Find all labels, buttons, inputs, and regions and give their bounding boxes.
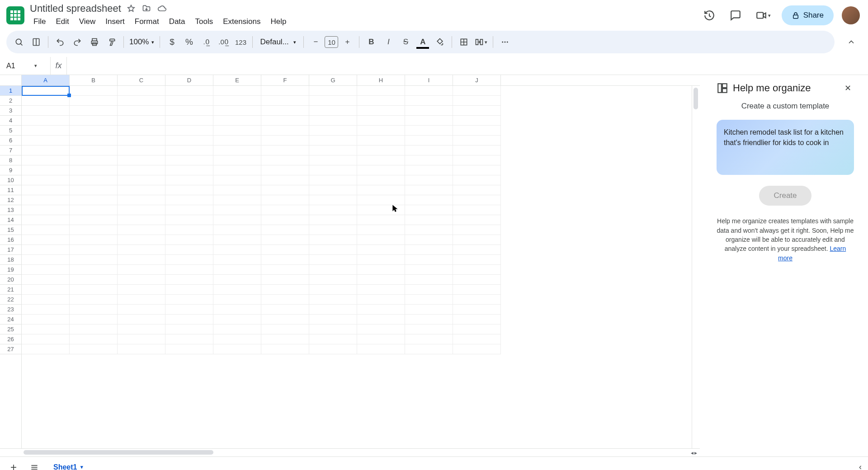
share-button[interactable]: Share <box>782 5 834 25</box>
cell[interactable] <box>453 175 501 185</box>
cell[interactable] <box>357 315 405 324</box>
fill-handle[interactable] <box>67 94 71 97</box>
cell[interactable] <box>70 245 118 255</box>
menu-data[interactable]: Data <box>165 15 190 28</box>
scrollbar-thumb[interactable] <box>24 450 213 455</box>
more-formats-button[interactable]: 123 <box>232 34 249 50</box>
row-header[interactable]: 19 <box>0 265 21 275</box>
cell[interactable] <box>22 86 70 96</box>
redo-button[interactable] <box>69 34 85 50</box>
row-header[interactable]: 16 <box>0 235 21 245</box>
history-icon[interactable] <box>700 6 718 24</box>
scrollbar-thumb[interactable] <box>693 88 698 109</box>
cell[interactable] <box>213 106 261 116</box>
cell[interactable] <box>70 315 118 324</box>
cell[interactable] <box>213 245 261 255</box>
row-header[interactable]: 17 <box>0 245 21 255</box>
cell[interactable] <box>165 146 213 155</box>
vertical-scrollbar[interactable] <box>692 86 700 448</box>
cell[interactable] <box>213 195 261 205</box>
menu-help[interactable]: Help <box>266 15 291 28</box>
cell[interactable] <box>22 255 70 265</box>
cell[interactable] <box>165 315 213 324</box>
cell[interactable] <box>261 305 309 315</box>
cell[interactable] <box>22 215 70 225</box>
cell[interactable] <box>357 126 405 136</box>
cell[interactable] <box>309 305 357 315</box>
cell[interactable] <box>453 96 501 106</box>
cell[interactable] <box>261 275 309 285</box>
cell[interactable] <box>453 155 501 165</box>
cell[interactable] <box>165 285 213 295</box>
cell[interactable] <box>261 324 309 334</box>
cell[interactable] <box>261 175 309 185</box>
cell[interactable] <box>261 245 309 255</box>
cell[interactable] <box>405 305 453 315</box>
scroll-left-icon[interactable]: ◂ <box>691 450 693 456</box>
chevron-down-icon[interactable]: ▾ <box>80 464 83 470</box>
cell[interactable] <box>22 315 70 324</box>
zoom-select[interactable]: 100%▾ <box>127 34 156 50</box>
cell[interactable] <box>70 324 118 334</box>
cell[interactable] <box>118 324 165 334</box>
cell[interactable] <box>357 334 405 344</box>
font-size-input[interactable]: 10 <box>325 36 338 48</box>
cell[interactable] <box>309 215 357 225</box>
cell[interactable] <box>213 155 261 165</box>
row-header[interactable]: 22 <box>0 295 21 305</box>
cell[interactable] <box>165 225 213 235</box>
cell[interactable] <box>213 116 261 126</box>
menu-extensions[interactable]: Extensions <box>218 15 265 28</box>
cell[interactable] <box>453 324 501 334</box>
cell[interactable] <box>22 334 70 344</box>
cell[interactable] <box>453 275 501 285</box>
cell[interactable] <box>309 205 357 215</box>
cell[interactable] <box>357 265 405 275</box>
cell[interactable] <box>261 106 309 116</box>
cell[interactable] <box>453 245 501 255</box>
cell[interactable] <box>118 165 165 175</box>
cell[interactable] <box>261 96 309 106</box>
cell[interactable] <box>213 315 261 324</box>
cell[interactable] <box>453 205 501 215</box>
row-header[interactable]: 26 <box>0 334 21 344</box>
cell[interactable] <box>405 195 453 205</box>
row-header[interactable]: 6 <box>0 136 21 146</box>
cell[interactable] <box>261 215 309 225</box>
row-header[interactable]: 27 <box>0 344 21 354</box>
cell[interactable] <box>22 165 70 175</box>
cell[interactable] <box>261 265 309 275</box>
cell[interactable] <box>165 235 213 245</box>
cell[interactable] <box>261 225 309 235</box>
cell[interactable] <box>453 285 501 295</box>
star-icon[interactable] <box>127 4 136 13</box>
cell[interactable] <box>357 245 405 255</box>
cell[interactable] <box>70 275 118 285</box>
cell[interactable] <box>70 155 118 165</box>
column-header[interactable]: G <box>309 75 357 85</box>
chevron-down-icon[interactable]: ▾ <box>34 63 42 69</box>
row-header[interactable]: 8 <box>0 155 21 165</box>
template-prompt-input[interactable]: Kitchen remodel task list for a kitchen … <box>717 120 854 175</box>
cell[interactable] <box>213 305 261 315</box>
name-box[interactable]: ▾ <box>0 57 51 75</box>
cell[interactable] <box>261 295 309 305</box>
cell[interactable] <box>118 225 165 235</box>
cell[interactable] <box>405 225 453 235</box>
account-avatar[interactable] <box>842 6 860 24</box>
cell[interactable] <box>453 255 501 265</box>
borders-button[interactable] <box>456 34 472 50</box>
cell[interactable] <box>165 215 213 225</box>
sheets-app-icon[interactable] <box>6 6 24 24</box>
font-family-select[interactable]: Defaul...▾ <box>256 34 300 50</box>
cell[interactable] <box>70 116 118 126</box>
cell[interactable] <box>405 334 453 344</box>
cell[interactable] <box>70 225 118 235</box>
cell[interactable] <box>357 235 405 245</box>
row-header[interactable]: 12 <box>0 195 21 205</box>
cell[interactable] <box>22 146 70 155</box>
cell[interactable] <box>213 295 261 305</box>
cell[interactable] <box>453 305 501 315</box>
cell[interactable] <box>213 285 261 295</box>
cell[interactable] <box>453 344 501 354</box>
